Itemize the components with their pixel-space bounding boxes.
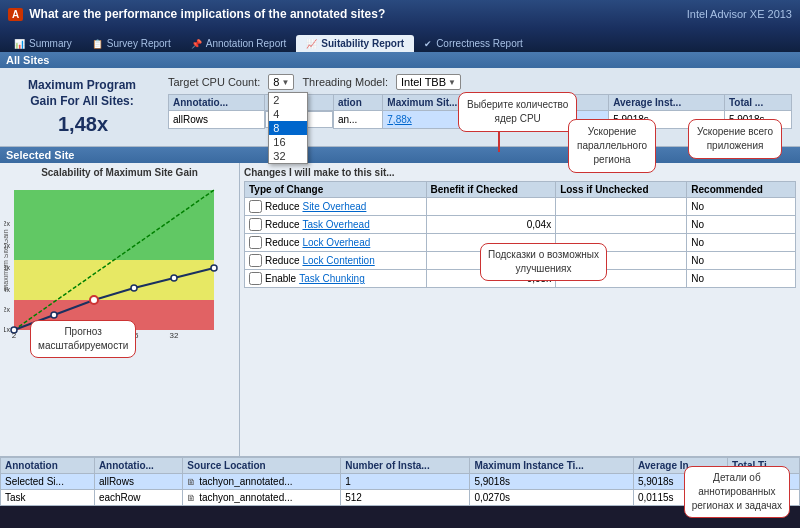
app-brand: Intel Advisor XE 2013 [687,8,792,20]
change-row-task-overhead: Reduce Task Overhead 0,04x No [245,216,796,234]
bt-row1-max-inst: 5,9018s [470,474,634,490]
cpu-option-32[interactable]: 32 [269,149,307,163]
app-logo: A [8,8,23,21]
change-col-loss: Loss if Unchecked [556,182,687,198]
bt-col-annot2: Annotatio... [94,458,182,474]
col-ation: ation [333,95,382,111]
bt-col-instances: Number of Insta... [341,458,470,474]
change-row-task-chunking: Enable Task Chunking 0,05x No [245,270,796,288]
row-total: 5,9018s [724,111,791,129]
bt-row1-avg: 5,9018s [633,474,727,490]
tab-annotation[interactable]: 📌 Annotation Report [181,35,297,52]
gain-value: 1,48x [12,113,154,136]
max-gain-panel: Maximum Program Gain For All Sites: 1,48… [8,74,158,140]
link-site-overhead[interactable]: Site Overhead [302,201,366,212]
survey-icon: 📋 [92,39,103,49]
tab-survey[interactable]: 📋 Survey Report [82,35,181,52]
checkbox-task-chunking[interactable] [249,272,262,285]
col-max-t: Maximum T... [502,95,609,111]
file-icon-2: 🗎 [187,493,196,503]
tab-correctness-label: Correctness Report [436,38,523,49]
bt-col-max-instance: Maximum Instance Ti... [470,458,634,474]
correctness-icon: ✔ [424,39,432,49]
link-task-chunking[interactable]: Task Chunking [299,273,365,284]
bt-row2-total: 5,8954s [728,490,800,506]
cpu-count-dropdown[interactable]: 8 ▼ 2 4 8 16 32 [268,74,294,90]
bt-row2-annotation: Task [1,490,95,506]
suitability-icon: 📈 [306,39,317,49]
col-total: Total ... [724,95,791,111]
checkbox-lock-contention[interactable] [249,254,262,267]
change-col-benefit: Benefit if Checked [426,182,556,198]
svg-point-7 [131,285,137,291]
svg-text:32: 32 [170,331,179,340]
change-col-recommended: Recommended [687,182,796,198]
cpu-dropdown-trigger[interactable]: 8 ▼ [268,74,294,90]
link-lock-contention[interactable]: Lock Contention [302,255,374,266]
row-max-site[interactable]: 7,88x [383,111,502,129]
app-question: What are the performance implications of… [29,7,385,21]
row-ation: an... [333,111,382,129]
tab-suitability-label: Suitability Report [321,38,404,49]
svg-point-8 [171,275,177,281]
threading-dropdown-arrow: ▼ [448,78,456,87]
changes-title: Changes I will make to this sit... [244,167,796,178]
checkbox-lock-overhead[interactable] [249,236,262,249]
bt-row2-annot2: eachRow [94,490,182,506]
col-avg-inst: Average Inst... [609,95,725,111]
bottom-table: Annotation Annotatio... Source Location … [0,457,800,506]
tab-survey-label: Survey Report [107,38,171,49]
svg-marker-2 [14,190,214,260]
link-lock-overhead[interactable]: Lock Overhead [302,237,370,248]
all-sites-table: Annotatio... Sourc... ation Maximum Sit.… [168,94,792,129]
tab-summary-label: Summary [29,38,72,49]
svg-point-6 [90,296,98,304]
bt-row1-annot2: allRows [94,474,182,490]
table-row[interactable]: Task eachRow 🗎 tachyon_annotated... 512 … [1,490,800,506]
selected-site-section: Selected Site Scalability of Maximum Sit… [0,147,800,506]
bt-col-avg: Average In... [633,458,727,474]
table-row[interactable]: Selected Si... allRows 🗎 tachyon_annotat… [1,474,800,490]
all-sites-section: All Sites Maximum Program Gain For All S… [0,52,800,147]
chart-area: Scalability of Maximum Site Gain [0,163,240,456]
svg-text:16: 16 [130,331,139,340]
svg-text:2: 2 [12,331,17,340]
controls-area: Target CPU Count: 8 ▼ 2 4 8 16 [168,74,792,129]
cpu-option-16[interactable]: 16 [269,135,307,149]
all-sites-content: Maximum Program Gain For All Sites: 1,48… [0,68,800,146]
cpu-threading-row: Target CPU Count: 8 ▼ 2 4 8 16 [168,74,792,90]
change-row-lock-overhead: Reduce Lock Overhead No [245,234,796,252]
bt-row1-annotation: Selected Si... [1,474,95,490]
svg-text:2x: 2x [4,306,10,313]
change-row-site-overhead: Reduce Site Overhead No [245,198,796,216]
cpu-option-8[interactable]: 8 [269,121,307,135]
col-annotation: Annotatio... [169,95,265,111]
tab-correctness[interactable]: ✔ Correctness Report [414,35,533,52]
checkbox-task-overhead[interactable] [249,218,262,231]
tab-summary[interactable]: 📊 Summary [4,35,82,52]
cpu-dropdown-list: 2 4 8 16 32 [268,92,308,164]
summary-icon: 📊 [14,39,25,49]
checkbox-site-overhead[interactable] [249,200,262,213]
threading-model-dropdown[interactable]: Intel TBB ▼ [396,74,461,90]
row-annotation: allRows [169,111,265,129]
cpu-option-2[interactable]: 2 [269,93,307,107]
main-content: All Sites Maximum Program Gain For All S… [0,52,800,506]
bt-col-total: Total Ti... [728,458,800,474]
change-col-type: Type of Change [245,182,427,198]
bt-row1-total: 5,9018s [728,474,800,490]
threading-model-label: Threading Model: [302,76,388,88]
cpu-dropdown-arrow: ▼ [281,78,289,87]
bt-row1-source: 🗎 tachyon_annotated... [183,474,341,490]
selected-site-content: Scalability of Maximum Site Gain [0,163,800,456]
link-task-overhead[interactable]: Task Overhead [302,219,369,230]
svg-text:1x: 1x [4,326,10,333]
row-max-t[interactable]: 1,48x [502,111,609,129]
bottom-table-area: Annotation Annotatio... Source Location … [0,456,800,506]
row-avg-inst: 5,9018s [609,111,725,129]
app-header: A What are the performance implications … [0,0,800,28]
bt-row2-instances: 512 [341,490,470,506]
cpu-option-4[interactable]: 4 [269,107,307,121]
bt-row2-avg: 0,0115s [633,490,727,506]
tab-suitability[interactable]: 📈 Suitability Report [296,35,414,52]
